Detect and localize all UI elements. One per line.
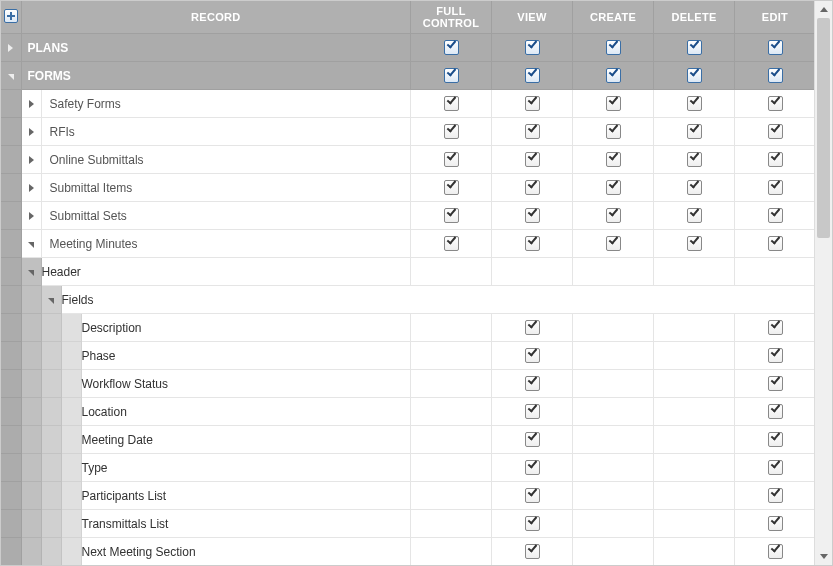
record-row[interactable]: Meeting Minutes (1, 230, 816, 258)
perm-edit[interactable] (735, 398, 816, 426)
checkbox[interactable] (525, 320, 540, 335)
checkbox[interactable] (525, 180, 540, 195)
col-delete[interactable]: DELETE (654, 1, 735, 34)
checkbox[interactable] (525, 544, 540, 559)
perm-edit[interactable] (735, 482, 816, 510)
checkbox[interactable] (687, 96, 702, 111)
perm-create[interactable] (573, 90, 654, 118)
perm-full[interactable] (411, 342, 492, 370)
perm-edit[interactable] (735, 34, 816, 62)
perm-full[interactable] (411, 174, 492, 202)
checkbox[interactable] (606, 124, 621, 139)
perm-edit[interactable] (735, 426, 816, 454)
perm-view[interactable] (492, 370, 573, 398)
checkbox[interactable] (444, 152, 459, 167)
field-row[interactable]: Next Meeting Section (1, 538, 816, 566)
perm-full[interactable] (411, 90, 492, 118)
checkbox[interactable] (687, 180, 702, 195)
perm-full[interactable] (411, 146, 492, 174)
perm-edit[interactable] (735, 230, 816, 258)
checkbox[interactable] (444, 236, 459, 251)
category-row[interactable]: FORMS (1, 62, 816, 90)
checkbox[interactable] (606, 180, 621, 195)
perm-full[interactable] (411, 538, 492, 566)
perm-create[interactable] (573, 426, 654, 454)
perm-full[interactable] (411, 398, 492, 426)
checkbox[interactable] (687, 208, 702, 223)
checkbox[interactable] (768, 348, 783, 363)
group-row[interactable]: Fields (1, 286, 816, 314)
checkbox[interactable] (525, 404, 540, 419)
perm-full[interactable] (411, 370, 492, 398)
checkbox[interactable] (606, 152, 621, 167)
perm-full[interactable] (411, 510, 492, 538)
checkbox[interactable] (768, 376, 783, 391)
checkbox[interactable] (687, 152, 702, 167)
checkbox[interactable] (768, 516, 783, 531)
perm-create[interactable] (573, 174, 654, 202)
checkbox[interactable] (768, 96, 783, 111)
scroll-track[interactable] (815, 18, 832, 548)
perm-delete[interactable] (654, 90, 735, 118)
checkbox[interactable] (768, 236, 783, 251)
perm-edit[interactable] (735, 62, 816, 90)
checkbox[interactable] (606, 208, 621, 223)
checkbox[interactable] (525, 96, 540, 111)
checkbox[interactable] (606, 236, 621, 251)
checkbox[interactable] (768, 40, 783, 55)
scroll-up-button[interactable] (815, 1, 832, 18)
category-row[interactable]: PLANS (1, 34, 816, 62)
checkbox[interactable] (525, 516, 540, 531)
checkbox[interactable] (768, 68, 783, 83)
col-edit[interactable]: EDIT (735, 1, 816, 34)
vertical-scrollbar[interactable] (814, 1, 832, 565)
checkbox[interactable] (444, 180, 459, 195)
field-row[interactable]: Participants List (1, 482, 816, 510)
expand-toggle[interactable] (1, 62, 21, 90)
expand-all-header[interactable] (1, 1, 21, 34)
perm-delete[interactable] (654, 370, 735, 398)
perm-create[interactable] (573, 370, 654, 398)
record-row[interactable]: RFIs (1, 118, 816, 146)
perm-edit[interactable] (735, 510, 816, 538)
perm-delete[interactable] (654, 454, 735, 482)
field-row[interactable]: Description (1, 314, 816, 342)
perm-delete[interactable] (654, 118, 735, 146)
perm-delete[interactable] (654, 314, 735, 342)
perm-view[interactable] (492, 62, 573, 90)
perm-create[interactable] (573, 398, 654, 426)
perm-create[interactable] (573, 230, 654, 258)
perm-full[interactable] (411, 230, 492, 258)
perm-edit[interactable] (735, 342, 816, 370)
checkbox[interactable] (444, 208, 459, 223)
checkbox[interactable] (525, 432, 540, 447)
col-create[interactable]: CREATE (573, 1, 654, 34)
scroll-down-button[interactable] (815, 548, 832, 565)
checkbox[interactable] (525, 68, 540, 83)
perm-view[interactable] (492, 454, 573, 482)
expand-toggle[interactable] (41, 286, 61, 314)
perm-delete[interactable] (654, 510, 735, 538)
perm-edit[interactable] (735, 202, 816, 230)
checkbox[interactable] (606, 96, 621, 111)
checkbox[interactable] (687, 236, 702, 251)
expand-toggle[interactable] (21, 230, 41, 258)
record-row[interactable]: Submittal Items (1, 174, 816, 202)
perm-edit[interactable] (735, 314, 816, 342)
perm-full[interactable] (411, 314, 492, 342)
checkbox[interactable] (444, 124, 459, 139)
perm-delete[interactable] (654, 174, 735, 202)
perm-create[interactable] (573, 510, 654, 538)
checkbox[interactable] (768, 124, 783, 139)
perm-full[interactable] (411, 118, 492, 146)
expand-toggle[interactable] (21, 118, 41, 146)
expand-toggle[interactable] (21, 146, 41, 174)
perm-view[interactable] (492, 538, 573, 566)
checkbox[interactable] (687, 40, 702, 55)
perm-view[interactable] (492, 174, 573, 202)
col-view[interactable]: VIEW (492, 1, 573, 34)
perm-view[interactable] (492, 258, 573, 286)
perm-full[interactable] (411, 34, 492, 62)
perm-edit[interactable] (735, 454, 816, 482)
checkbox[interactable] (768, 180, 783, 195)
